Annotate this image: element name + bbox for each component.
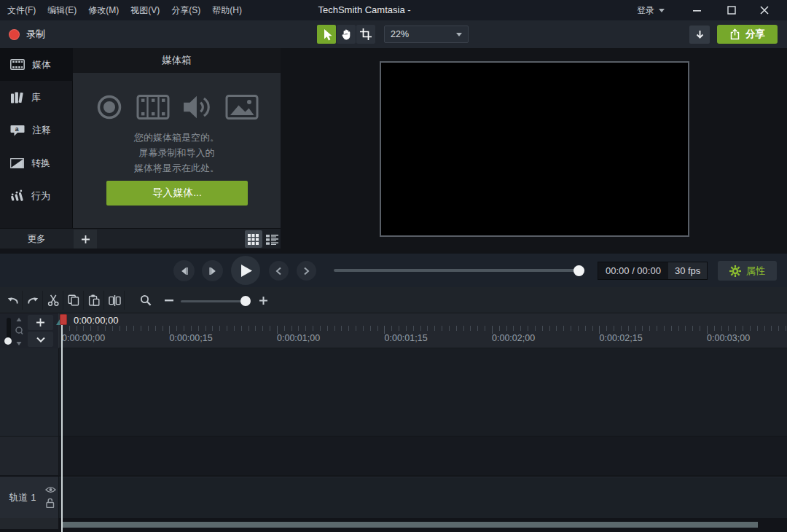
track-lock-icon[interactable]	[46, 498, 55, 508]
sidebar-item-transitions[interactable]: 转换	[0, 146, 73, 179]
maximize-icon	[727, 6, 736, 15]
timeline-zoom-button[interactable]	[136, 291, 155, 310]
maximize-button[interactable]	[719, 0, 744, 20]
playback-bar: 00:00 / 00:00 30 fps 属性	[0, 254, 787, 287]
menu-modify[interactable]: 修改(M)	[88, 4, 119, 17]
horizontal-scrollbar[interactable]	[61, 522, 758, 528]
sidebar-item-media[interactable]: 媒体	[0, 48, 73, 81]
current-time: 00:00 / 00:00	[598, 265, 668, 276]
minimize-button[interactable]	[685, 0, 710, 20]
track-height-knob[interactable]	[4, 337, 12, 345]
list-view-button[interactable]	[263, 230, 281, 248]
image-icon	[225, 93, 259, 121]
signin-button[interactable]: 登录	[637, 0, 665, 20]
chevron-down-icon	[456, 33, 462, 36]
track-1-head[interactable]: 轨道 1	[0, 477, 58, 518]
copy-button[interactable]	[64, 291, 84, 310]
close-button[interactable]	[752, 0, 777, 20]
playhead-handle[interactable]	[60, 314, 67, 325]
timeline-empty-area[interactable]	[59, 348, 787, 436]
timeline-head-spacer-2	[0, 437, 58, 475]
sidebar-item-label: 转换	[31, 157, 50, 170]
download-update-button[interactable]	[689, 26, 710, 44]
plus-icon	[81, 235, 90, 244]
next-clip-button[interactable]	[297, 261, 316, 281]
cut-button[interactable]	[44, 291, 63, 310]
menu-help[interactable]: 帮助(H)	[212, 4, 242, 17]
chevron-right-icon	[303, 267, 310, 275]
menu-edit[interactable]: 编辑(E)	[47, 4, 77, 17]
select-tool-button[interactable]	[317, 25, 336, 44]
undo-button[interactable]	[3, 291, 23, 310]
paste-button[interactable]	[85, 291, 104, 310]
pan-tool-button[interactable]	[337, 25, 356, 44]
crop-icon	[360, 28, 372, 40]
redo-button[interactable]	[23, 291, 43, 310]
timeline-corner	[0, 518, 58, 529]
sidebar-item-label: 媒体	[32, 58, 51, 71]
canvas-zoom-dropdown[interactable]: 22%	[384, 26, 469, 43]
ruler-label: 0:00:03;00	[707, 333, 750, 343]
sidebar-item-behaviors[interactable]: 行为	[0, 179, 73, 212]
track-options-button[interactable]	[28, 332, 53, 347]
ruler-label: 0:00:00;00	[62, 333, 105, 343]
menu-file[interactable]: 文件(F)	[7, 4, 36, 17]
step-forward-button[interactable]	[202, 260, 223, 281]
window-title: TechSmith Camtasia -	[291, 0, 437, 20]
media-icon	[10, 59, 25, 70]
split-button[interactable]	[105, 291, 125, 310]
share-label: 分享	[745, 28, 765, 41]
menu-bar: 文件(F) 编辑(E) 修改(M) 视图(V) 分享(S) 帮助(H)	[7, 0, 242, 20]
hand-icon	[341, 28, 352, 40]
record-button[interactable]: 录制	[9, 20, 45, 48]
track-1-lane[interactable]	[59, 477, 787, 518]
share-icon	[729, 28, 740, 40]
timeline-empty-lane[interactable]	[59, 437, 787, 475]
previous-clip-button[interactable]	[269, 261, 289, 281]
fps-display: 30 fps	[668, 262, 707, 279]
properties-button[interactable]: 属性	[718, 261, 777, 281]
media-type-icons	[73, 93, 281, 121]
canvas-zoom-value: 22%	[391, 29, 409, 39]
timeline: 0:00:00;000:00:00;150:00:01;000:00:01;15…	[0, 313, 787, 532]
sidebar-item-library[interactable]: 库	[0, 81, 73, 114]
track-1-label: 轨道 1	[0, 477, 45, 518]
sidebar-item-label: 注释	[32, 124, 51, 137]
crop-tool-button[interactable]	[356, 25, 375, 44]
zoom-out-button[interactable]	[159, 291, 179, 310]
playhead-line[interactable]	[61, 325, 63, 532]
grid-view-button[interactable]	[245, 230, 262, 248]
tools-sidebar: 媒体 库 a 注释 转换 行为	[0, 48, 73, 230]
track-controls-header	[0, 313, 58, 348]
import-media-button[interactable]: 导入媒体...	[106, 181, 248, 206]
timeline-zoom-slider[interactable]	[181, 300, 250, 302]
menu-view[interactable]: 视图(V)	[130, 4, 160, 17]
sidebar-item-annotations[interactable]: a 注释	[0, 114, 73, 146]
title-bar: 文件(F) 编辑(E) 修改(M) 视图(V) 分享(S) 帮助(H) Tech…	[0, 0, 787, 20]
minus-icon	[165, 300, 173, 302]
seek-slider-knob[interactable]	[573, 265, 584, 276]
add-media-button[interactable]	[74, 230, 97, 249]
zoom-in-button[interactable]	[254, 291, 273, 310]
timeline-ruler[interactable]: 0:00:00;000:00:00;150:00:01;000:00:01;15…	[58, 313, 787, 348]
track-visibility-icon[interactable]	[45, 486, 56, 493]
seek-slider[interactable]	[334, 269, 583, 272]
play-button[interactable]	[231, 256, 260, 285]
ruler-label: 0:00:01;15	[385, 333, 428, 343]
video-clip-icon	[136, 93, 170, 121]
add-track-button[interactable]	[28, 315, 53, 330]
recording-icon	[95, 93, 124, 121]
gear-icon	[729, 265, 741, 277]
chevron-left-icon	[275, 267, 282, 275]
share-button[interactable]: 分享	[717, 25, 778, 44]
step-back-button[interactable]	[173, 260, 195, 281]
record-icon	[9, 29, 20, 40]
plus-icon	[259, 296, 268, 305]
playhead-time: 0:00:00;00	[74, 315, 118, 326]
preview-canvas[interactable]	[380, 61, 689, 237]
timeline-zoom-knob[interactable]	[240, 296, 251, 306]
play-icon	[241, 265, 252, 277]
media-bin-empty-text: 您的媒体箱是空的。 屏幕录制和导入的 媒体将显示在此处。	[73, 130, 281, 176]
menu-share[interactable]: 分享(S)	[171, 4, 200, 17]
more-tabs-button[interactable]: 更多	[0, 229, 73, 249]
